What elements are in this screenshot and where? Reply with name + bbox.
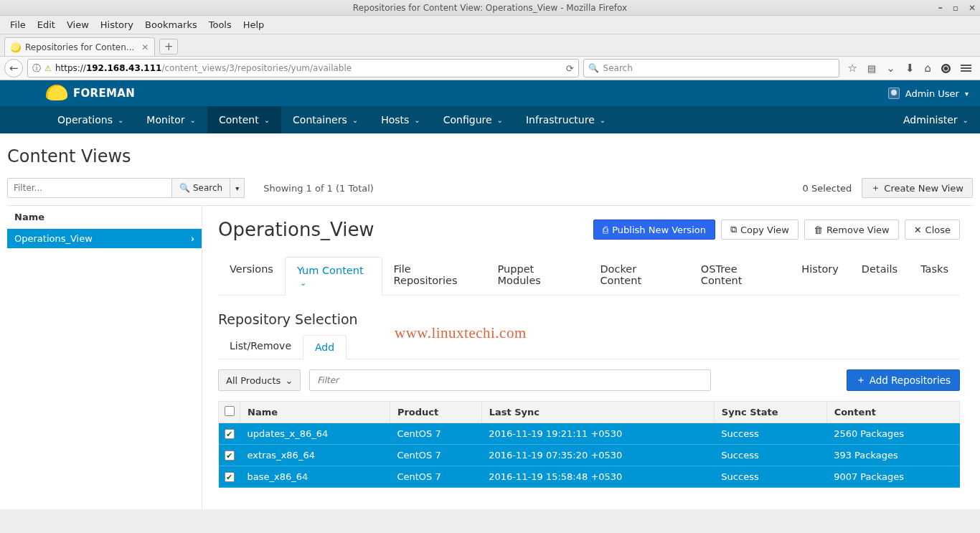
content-view-side-list: Name Operations_View › <box>7 206 202 509</box>
nav-content[interactable]: Content⌄ <box>207 106 281 133</box>
row-checkbox[interactable] <box>225 472 235 482</box>
product-filter-dropdown[interactable]: All Products ⌄ <box>218 369 301 391</box>
side-item-label: Operations_View <box>14 233 93 244</box>
brand-text: FOREMAN <box>73 87 135 100</box>
table-row[interactable]: updates_x_86_64CentOS 72016-11-19 19:21:… <box>219 423 960 445</box>
insecure-lock-icon: ⚠ <box>44 64 52 73</box>
table-row[interactable]: base_x86_64CentOS 72016-11-19 15:58:48 +… <box>219 466 960 488</box>
url-scheme: https:// <box>55 63 86 73</box>
plus-icon: ＋ <box>856 374 866 387</box>
url-path: /content_views/3/repositories/yum/availa… <box>161 63 352 73</box>
nav-operations[interactable]: Operations⌄ <box>46 106 135 133</box>
subtab-add[interactable]: Add <box>303 335 347 359</box>
tab-history[interactable]: History <box>790 256 850 295</box>
page-title: Content Views <box>7 146 973 166</box>
copy-view-button[interactable]: ⧉Copy View <box>721 220 798 240</box>
tab-file-repositories[interactable]: File Repositories <box>382 256 486 295</box>
create-new-view-label: Create New View <box>884 183 963 194</box>
pocket-icon[interactable]: ⌄ <box>886 62 895 75</box>
nav-configure[interactable]: Configure⌄ <box>432 106 514 133</box>
firefox-menu-icon[interactable] <box>961 65 971 72</box>
col-content[interactable]: Content <box>826 402 959 423</box>
chevron-down-icon: ⌄ <box>285 375 293 386</box>
add-repositories-button[interactable]: ＋ Add Repositories <box>847 369 960 391</box>
window-maximize-button[interactable]: ▫ <box>953 3 958 13</box>
menu-file[interactable]: File <box>6 18 30 32</box>
user-name: Admin User <box>905 88 959 99</box>
tab-versions[interactable]: Versions <box>218 256 285 295</box>
repo-filter-input[interactable] <box>309 369 711 391</box>
nav-infrastructure[interactable]: Infrastructure⌄ <box>514 106 617 133</box>
chevron-down-icon: ⌄ <box>352 116 358 124</box>
menu-bookmarks[interactable]: Bookmarks <box>141 18 202 32</box>
close-button[interactable]: ✕Close <box>905 220 960 240</box>
browser-navbar: ← ⓘ ⚠ https://192.168.43.111/content_vie… <box>0 56 980 80</box>
menu-edit[interactable]: Edit <box>33 18 60 32</box>
row-checkbox[interactable] <box>225 451 235 461</box>
tab-details[interactable]: Details <box>850 256 909 295</box>
select-all-checkbox[interactable] <box>225 406 235 416</box>
tab-close-icon[interactable]: ✕ <box>141 42 149 52</box>
search-options-toggle[interactable]: ▾ <box>230 178 245 198</box>
cell-last-sync: 2016-11-19 15:58:48 +0530 <box>481 466 714 488</box>
user-menu[interactable]: Admin User ▾ <box>888 88 969 99</box>
create-new-view-button[interactable]: ＋Create New View <box>862 178 973 198</box>
back-button[interactable]: ← <box>4 59 23 77</box>
search-bar[interactable]: 🔍 Search <box>583 59 839 77</box>
nav-monitor[interactable]: Monitor⌄ <box>135 106 207 133</box>
nav-label: Administer <box>903 114 958 126</box>
nav-label: Configure <box>443 114 492 126</box>
col-sync-state[interactable]: Sync State <box>714 402 826 423</box>
side-item-operations-view[interactable]: Operations_View › <box>7 229 202 248</box>
row-checkbox[interactable] <box>225 429 235 439</box>
reload-icon[interactable]: ⟳ <box>566 63 574 74</box>
subtab-list-remove[interactable]: List/Remove <box>218 334 303 359</box>
chevron-right-icon: › <box>191 234 194 244</box>
tab-puppet-modules[interactable]: Puppet Modules <box>486 256 589 295</box>
menu-view[interactable]: View <box>62 18 93 32</box>
close-label: Close <box>925 225 951 235</box>
cell-name: extras_x86_64 <box>240 445 390 466</box>
nav-containers[interactable]: Containers⌄ <box>281 106 369 133</box>
remove-view-button[interactable]: 🗑Remove View <box>804 220 899 240</box>
home-icon[interactable]: ⌂ <box>924 62 931 75</box>
site-identity-icon[interactable]: ⓘ <box>32 62 41 75</box>
product-filter-label: All Products <box>226 375 281 386</box>
content-view-tabs: Versions Yum Content⌄ File Repositories … <box>218 256 960 296</box>
downloads-icon[interactable]: ⬇ <box>905 62 915 75</box>
nav-administer[interactable]: Administer⌄ <box>892 106 980 133</box>
col-name[interactable]: Name <box>240 402 390 423</box>
brand[interactable]: FOREMAN <box>46 85 135 101</box>
cell-content: 2560 Packages <box>826 423 959 445</box>
url-bar[interactable]: ⓘ ⚠ https://192.168.43.111/content_views… <box>27 59 579 77</box>
menu-history[interactable]: History <box>96 18 138 32</box>
tab-yum-content[interactable]: Yum Content⌄ <box>285 257 382 296</box>
table-row[interactable]: extras_x86_64CentOS 72016-11-19 07:35:20… <box>219 445 960 466</box>
filter-input[interactable] <box>7 178 172 198</box>
cell-last-sync: 2016-11-19 07:35:20 +0530 <box>481 445 714 466</box>
window-minimize-button[interactable]: – <box>938 3 943 13</box>
tab-docker-content[interactable]: Docker Content <box>588 256 689 295</box>
bookmark-star-icon[interactable]: ☆ <box>848 62 857 75</box>
browser-tab-active[interactable]: Repositories for Conten... ✕ <box>4 37 155 56</box>
nav-hosts[interactable]: Hosts⌄ <box>369 106 432 133</box>
extension-icon[interactable] <box>941 64 951 73</box>
tab-label: Yum Content <box>297 265 364 276</box>
search-button[interactable]: 🔍Search <box>172 178 230 198</box>
cell-name: base_x86_64 <box>240 466 390 488</box>
cell-name: updates_x_86_64 <box>240 423 390 445</box>
col-product[interactable]: Product <box>390 402 481 423</box>
menu-tools[interactable]: Tools <box>204 18 236 32</box>
bookmarks-list-icon[interactable]: ▤ <box>867 63 876 74</box>
tab-ostree-content[interactable]: OSTree Content <box>689 256 790 295</box>
publish-new-version-button[interactable]: ⎙ Publish New Version <box>593 220 715 240</box>
window-close-button[interactable]: ✕ <box>969 3 976 13</box>
menu-help[interactable]: Help <box>239 18 269 32</box>
new-tab-button[interactable]: + <box>159 39 178 55</box>
selected-count: 0 Selected <box>803 183 852 194</box>
tab-tasks[interactable]: Tasks <box>909 256 960 295</box>
repositories-table: Name Product Last Sync Sync State Conten… <box>218 401 960 488</box>
cell-product: CentOS 7 <box>390 466 481 488</box>
list-toolbar: 🔍Search ▾ Showing 1 of 1 (1 Total) 0 Sel… <box>7 178 973 198</box>
col-last-sync[interactable]: Last Sync <box>481 402 714 423</box>
